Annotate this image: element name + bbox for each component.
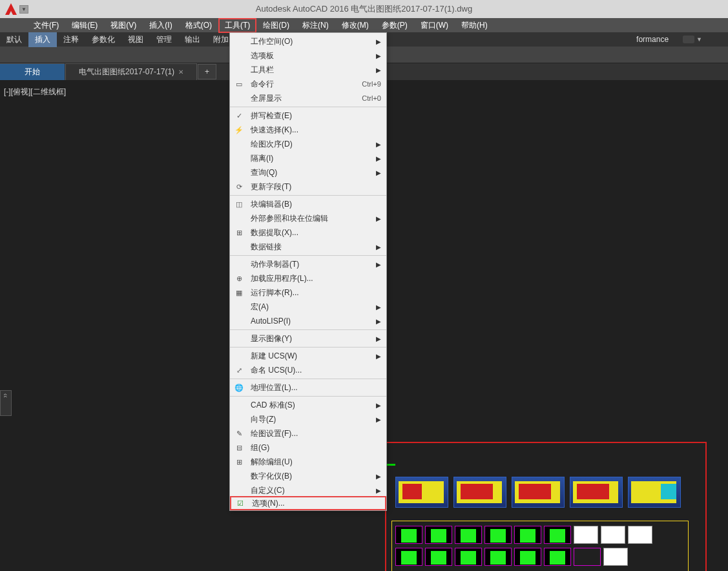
doc-tab-active[interactable]: 电气出图图纸2017-07-17(1) ✕ (65, 63, 197, 80)
section-drawing (484, 548, 512, 566)
menu-namedUcs[interactable]: ⤢命名 UCS(U)... (230, 363, 386, 377)
floor-plan (512, 477, 565, 508)
section-drawing (514, 548, 541, 566)
ribbon-tab-view[interactable]: 视图 (121, 32, 150, 47)
draftsettings-icon: ✎ (233, 428, 245, 439)
section-drawing (425, 548, 452, 566)
menu-inquiry[interactable]: 查询(Q)▶ (230, 165, 386, 180)
menu-loadapp[interactable]: ⊕加载应用程序(L)... (230, 271, 386, 286)
doc-tab-label: 电气出图图纸2017-07-17(1) (79, 67, 174, 78)
menu-autolisp[interactable]: AutoLISP(I)▶ (230, 314, 386, 328)
menu-commandline[interactable]: ▭命令行Ctrl+9 (230, 77, 386, 91)
ribbon-tab-performance[interactable]: formance (630, 33, 675, 46)
app-menu-dropdown-icon[interactable]: ▼ (19, 5, 28, 14)
menu-quickselect[interactable]: ⚡快速选择(K)... (230, 123, 386, 137)
menu-group[interactable]: ⊟组(G) (230, 441, 386, 455)
menu-macro[interactable]: 宏(A)▶ (230, 300, 386, 314)
menu-isolate[interactable]: 隔离(I)▶ (230, 151, 386, 165)
menu-dimension[interactable]: 标注(N) (296, 18, 335, 33)
menu-spellcheck[interactable]: ✓拼写检查(E) (230, 109, 386, 123)
menu-displayimage[interactable]: 显示图像(Y)▶ (230, 331, 386, 346)
section-drawing (484, 526, 512, 544)
window-title: Autodesk AutoCAD 2016 电气出图图纸2017-07-17(1… (256, 3, 472, 15)
spellcheck-icon: ✓ (233, 110, 245, 121)
menu-format[interactable]: 格式(O) (179, 18, 218, 33)
info-sheet (601, 526, 625, 544)
info-sheet (603, 548, 628, 566)
menu-help[interactable]: 帮助(H) (455, 18, 494, 33)
floor-plan (453, 477, 506, 508)
menu-toolbar[interactable]: 工具栏▶ (230, 63, 386, 77)
menu-newucs[interactable]: 新建 UCS(W)▶ (230, 349, 386, 363)
menu-ungroup[interactable]: ⊞解除编组(U) (230, 455, 386, 469)
menu-dataextract[interactable]: ⊞数据提取(X)... (230, 225, 386, 240)
menu-updatefields[interactable]: ⟳更新字段(T) (230, 180, 386, 194)
marker (386, 464, 395, 466)
info-sheet (574, 526, 598, 544)
quickselect-icon: ⚡ (233, 124, 245, 136)
info-sheet (628, 526, 652, 544)
menu-geoloc[interactable]: 🌐地理位置(L)... (230, 380, 386, 395)
menu-draworder[interactable]: 绘图次序(D)▶ (230, 137, 386, 151)
script-icon: ▦ (233, 287, 245, 298)
menu-draw[interactable]: 绘图(D) (256, 18, 296, 33)
menu-xrefinplace[interactable]: 外部参照和块在位编辑▶ (230, 211, 386, 225)
menu-runscript[interactable]: ▦运行脚本(R)... (230, 286, 386, 300)
menu-parametric[interactable]: 参数(P) (375, 18, 414, 33)
menu-view[interactable]: 视图(V) (104, 18, 143, 33)
ucs-icon: ⤢ (233, 364, 245, 376)
loadapp-icon: ⊕ (233, 273, 245, 284)
menu-insert[interactable]: 插入(I) (143, 18, 178, 33)
floor-plan (395, 477, 448, 508)
menu-wizards[interactable]: 向导(Z)▶ (230, 412, 386, 426)
floor-plan (628, 477, 681, 508)
menu-tools[interactable]: 工具(T) (218, 18, 256, 33)
ribbon-tab-manage[interactable]: 管理 (150, 32, 178, 47)
ribbon-tab-insert[interactable]: 插入 (28, 32, 57, 47)
section-drawing (455, 526, 482, 544)
blank-icon (233, 36, 245, 47)
ribbon-tab-parametric[interactable]: 参数化 (85, 32, 121, 47)
ribbon-tab-default[interactable]: 默认 (0, 32, 28, 47)
tools-dropdown-menu: 工作空间(O)▶ 选项板▶ 工具栏▶ ▭命令行Ctrl+9 全屏显示Ctrl+0… (229, 32, 387, 511)
menu-bar: 文件(F) 编辑(E) 视图(V) 插入(I) 格式(O) 工具(T) 绘图(D… (0, 18, 728, 32)
close-icon[interactable]: ✕ (178, 68, 183, 76)
section-drawing (544, 526, 571, 544)
menu-fullscreen[interactable]: 全屏显示Ctrl+0 (230, 91, 386, 105)
ribbon-tab-output[interactable]: 输出 (178, 32, 207, 47)
menu-file[interactable]: 文件(F) (27, 18, 65, 33)
updatefields-icon: ⟳ (233, 181, 245, 192)
menu-tablet[interactable]: 数字化仪(B)▶ (230, 469, 386, 483)
side-palette-collapsed[interactable]: ‹‹ (0, 390, 12, 416)
menu-edit[interactable]: 编辑(E) (65, 18, 104, 33)
dropdown-icon[interactable]: ▼ (696, 36, 702, 43)
section-drawing (544, 548, 571, 566)
menu-modify[interactable]: 修改(M) (335, 18, 375, 33)
ribbon-tab-annotate[interactable]: 注释 (57, 32, 85, 47)
section-drawing (395, 548, 422, 566)
menu-draftsettings[interactable]: ✎绘图设置(F)... (230, 426, 386, 441)
commandline-icon: ▭ (233, 78, 245, 90)
menu-cadstandards[interactable]: CAD 标准(S)▶ (230, 398, 386, 412)
title-bar: ▼ Autodesk AutoCAD 2016 电气出图图纸2017-07-17… (0, 0, 728, 18)
menu-options[interactable]: ☑选项(N)... (230, 496, 386, 510)
doc-tab-start[interactable]: 开始 (0, 63, 65, 80)
drawing-selection-box (385, 442, 707, 571)
new-doc-tab[interactable]: + (198, 64, 216, 79)
menu-actionrecorder[interactable]: 动作录制器(T)▶ (230, 257, 386, 271)
submenu-arrow-icon: ▶ (376, 38, 381, 45)
options-icon: ☑ (234, 497, 247, 509)
section-drawing (574, 548, 601, 566)
section-drawing (425, 526, 452, 544)
menu-blockeditor[interactable]: ◫块编辑器(B) (230, 197, 386, 211)
menu-window[interactable]: 窗口(W) (414, 18, 455, 33)
app-logo[interactable] (4, 2, 18, 16)
mail-icon[interactable] (683, 36, 694, 43)
viewport-label[interactable]: [-][俯视][二维线框] (4, 87, 66, 98)
menu-workspace[interactable]: 工作空间(O)▶ (230, 34, 386, 48)
blockeditor-icon: ◫ (233, 198, 245, 210)
ungroup-icon: ⊞ (233, 456, 245, 468)
menu-customize[interactable]: 自定义(C)▶ (230, 483, 386, 497)
menu-palettes[interactable]: 选项板▶ (230, 48, 386, 63)
menu-datalinks[interactable]: 数据链接▶ (230, 240, 386, 254)
